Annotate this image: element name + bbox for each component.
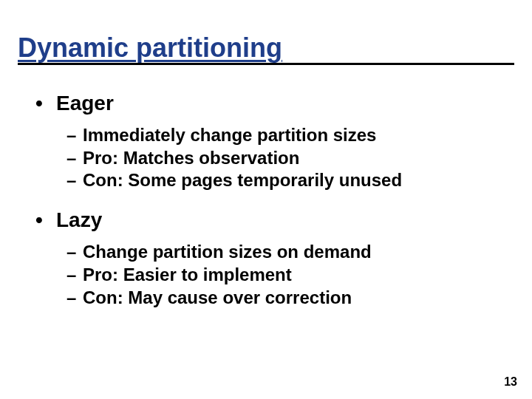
slide-body: • Eager – Immediately change partition s…: [35, 92, 497, 325]
bullet-level2: – Con: May cause over correction: [66, 287, 497, 310]
sub-label: Pro: Easier to implement: [83, 264, 292, 287]
bullet-dot-icon: •: [35, 208, 56, 232]
slide-title: Dynamic partitioning: [18, 33, 282, 63]
sub-list: – Immediately change partition sizes – P…: [66, 124, 497, 192]
sub-label: Pro: Matches observation: [83, 147, 299, 170]
sub-label: Con: Some pages temporarily unused: [83, 169, 402, 192]
title-wrap: Dynamic partitioning: [18, 34, 514, 65]
page-number: 13: [504, 375, 517, 389]
dash-icon: –: [66, 287, 83, 310]
bullet-level1: • Lazy: [35, 208, 497, 232]
bullet-level2: – Change partition sizes on demand: [66, 241, 497, 264]
dash-icon: –: [66, 264, 83, 287]
bullet-label: Eager: [56, 92, 114, 115]
sub-label: Change partition sizes on demand: [83, 241, 372, 264]
sub-list: – Change partition sizes on demand – Pro…: [66, 241, 497, 309]
bullet-label: Lazy: [56, 208, 102, 232]
bullet-level2: – Pro: Matches observation: [66, 147, 497, 170]
sub-label: Con: May cause over correction: [83, 287, 352, 310]
bullet-level2: – Pro: Easier to implement: [66, 264, 497, 287]
dash-icon: –: [66, 169, 83, 192]
slide: Dynamic partitioning • Eager – Immediate…: [0, 0, 532, 399]
bullet-level2: – Immediately change partition sizes: [66, 124, 497, 147]
dash-icon: –: [66, 147, 83, 170]
bullet-dot-icon: •: [35, 92, 56, 115]
bullet-level2: – Con: Some pages temporarily unused: [66, 169, 497, 192]
sub-label: Immediately change partition sizes: [83, 124, 376, 147]
dash-icon: –: [66, 124, 83, 147]
bullet-level1: • Eager: [35, 92, 497, 115]
dash-icon: –: [66, 241, 83, 264]
